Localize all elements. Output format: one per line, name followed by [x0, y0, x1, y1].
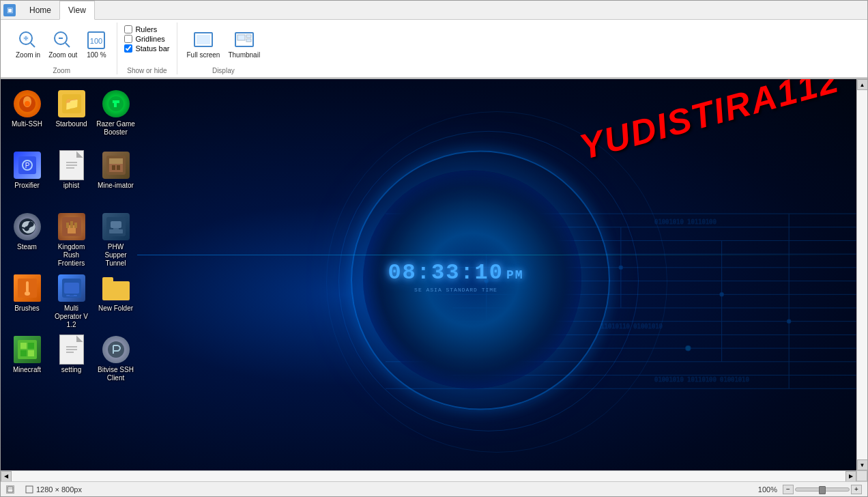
starbound-label: Starbound	[55, 120, 87, 128]
zoom-in-button[interactable]: Zoom in	[13, 28, 43, 61]
steam-icon	[14, 213, 41, 240]
hscroll-right-btn[interactable]: ▶	[845, 471, 856, 482]
zoom-out-button[interactable]: Zoom out	[46, 28, 80, 61]
tab-home[interactable]: Home	[21, 1, 59, 20]
vertical-scrollbar[interactable]: ▲ ▼	[856, 79, 867, 470]
svg-point-73	[25, 292, 30, 296]
statusbar-check-input[interactable]	[124, 44, 132, 53]
setting-label: setting	[61, 366, 81, 374]
display-group-label: Display	[212, 66, 235, 74]
iphist-label: iphist	[63, 182, 79, 190]
kingdom-icon	[58, 213, 85, 240]
icon-new-folder[interactable]: New Folder	[93, 270, 138, 332]
razer-icon	[102, 90, 130, 117]
zoom-100-label: 100 %	[87, 51, 106, 59]
icon-brushes[interactable]: Brushes	[5, 270, 49, 332]
svg-rect-82	[28, 350, 34, 356]
icon-bitvise[interactable]: Bitvise SSH Client	[93, 332, 138, 393]
vscroll-down-btn[interactable]: ▼	[857, 459, 868, 470]
svg-text:P: P	[25, 162, 29, 169]
horizontal-scrollbar[interactable]: ◀ ▶	[1, 470, 856, 481]
zoom-buttons: Zoom in Zoom out	[13, 23, 110, 66]
zoom-out-icon	[52, 29, 74, 51]
zoom-group-label: Zoom	[53, 66, 70, 74]
quick-access-btn[interactable]: ▣	[3, 4, 16, 16]
icon-minecraft[interactable]: Minecraft	[5, 332, 49, 393]
svg-rect-59	[112, 165, 115, 170]
svg-rect-13	[237, 35, 245, 40]
zoom-100-icon: 100	[85, 29, 107, 51]
svg-rect-79	[20, 343, 27, 349]
ribbon-group-display: Full screen Thumbnail	[177, 23, 270, 74]
multi-operator-icon	[58, 274, 85, 302]
multi-operator-label: Multi Operator V 1.2	[52, 304, 91, 329]
multi-ssh-icon	[14, 90, 41, 117]
svg-rect-75	[64, 283, 79, 294]
gridlines-check-input[interactable]	[124, 35, 132, 43]
rulers-check-input[interactable]	[124, 25, 132, 33]
gridlines-checkbox[interactable]: Gridlines	[124, 35, 169, 43]
thumbnail-icon	[233, 29, 255, 51]
page-indicator-icon	[6, 485, 14, 494]
thumbnail-button[interactable]: Thumbnail	[225, 28, 263, 61]
svg-rect-65	[70, 221, 73, 228]
bitvise-label: Bitvise SSH Client	[96, 366, 135, 382]
setting-icon	[58, 336, 85, 363]
svg-point-4	[23, 36, 29, 41]
clock-time: 08:33:10PM	[388, 259, 523, 285]
bitvise-icon	[102, 336, 130, 363]
scroll-corner	[856, 470, 867, 481]
icon-starbound[interactable]: 📁 Starbound	[49, 86, 93, 147]
zoom-slider-area: − +	[783, 485, 862, 494]
rulers-label: Rulers	[135, 25, 157, 33]
window-container: ▣ Home View	[0, 0, 868, 497]
svg-rect-60	[117, 165, 120, 170]
icon-multi-operator[interactable]: Multi Operator V 1.2	[49, 270, 93, 332]
bottom-status-bar: 1280 × 800px 100% − +	[1, 481, 867, 496]
viewport: 01001010 10110100 11010110 01001010 0100…	[1, 79, 867, 481]
icon-iphist[interactable]: iphist	[49, 147, 93, 209]
svg-point-86	[108, 341, 124, 358]
ribbon-tabs: ▣ Home View	[1, 1, 867, 20]
icon-steam[interactable]: Steam	[5, 209, 49, 270]
vscroll-up-btn[interactable]: ▲	[857, 79, 868, 90]
tab-view[interactable]: View	[59, 1, 95, 20]
hscroll-left-btn[interactable]: ◀	[1, 471, 12, 482]
statusbar-checkbox[interactable]: Status bar	[124, 44, 169, 53]
mine-imator-label: Mine-imator	[98, 182, 134, 190]
proxifier-icon: P	[14, 152, 41, 179]
dimensions-icon	[25, 485, 33, 494]
zoom-out-status-btn[interactable]: −	[783, 485, 794, 494]
icon-razer[interactable]: Razer Game Booster	[93, 86, 138, 147]
zoom-100-button[interactable]: 100 100 %	[83, 28, 110, 61]
mine-imator-icon	[102, 152, 130, 179]
svg-line-7	[66, 43, 70, 47]
zoom-slider[interactable]	[795, 487, 850, 492]
svg-text:📁: 📁	[64, 96, 80, 111]
fullscreen-button[interactable]: Full screen	[184, 28, 223, 61]
proxifier-label: Proxifier	[14, 182, 40, 190]
zoom-slider-thumb[interactable]	[819, 486, 826, 494]
checkboxes: Rulers Gridlines Status bar	[124, 23, 169, 55]
hscroll-track[interactable]	[12, 471, 845, 481]
phw-icon	[102, 213, 130, 240]
svg-point-37	[720, 292, 724, 296]
icon-phw[interactable]: PHW Supper Tunnel	[93, 209, 138, 270]
icon-kingdom[interactable]: Kingdom Rush Frontiers	[49, 209, 93, 270]
zoom-out-label: Zoom out	[48, 51, 77, 59]
desktop[interactable]: 01001010 10110100 11010110 01001010 0100…	[1, 79, 856, 470]
icon-proxifier[interactable]: P Proxifier	[5, 147, 49, 209]
zoom-in-status-btn[interactable]: +	[851, 485, 862, 494]
svg-point-40	[686, 345, 691, 351]
svg-line-3	[31, 43, 35, 47]
zoom-in-label: Zoom in	[16, 51, 40, 59]
starbound-icon: 📁	[58, 90, 85, 117]
icon-mine-imator[interactable]: Mine-imator	[93, 147, 138, 209]
rulers-checkbox[interactable]: Rulers	[124, 25, 169, 33]
icon-setting[interactable]: setting	[49, 332, 93, 393]
svg-rect-57	[109, 162, 123, 172]
icon-multi-ssh[interactable]: Multi-SSH	[5, 86, 49, 147]
thumbnail-label: Thumbnail	[228, 51, 260, 59]
quick-access: ▣	[3, 4, 17, 16]
vscroll-track[interactable]	[857, 90, 867, 459]
